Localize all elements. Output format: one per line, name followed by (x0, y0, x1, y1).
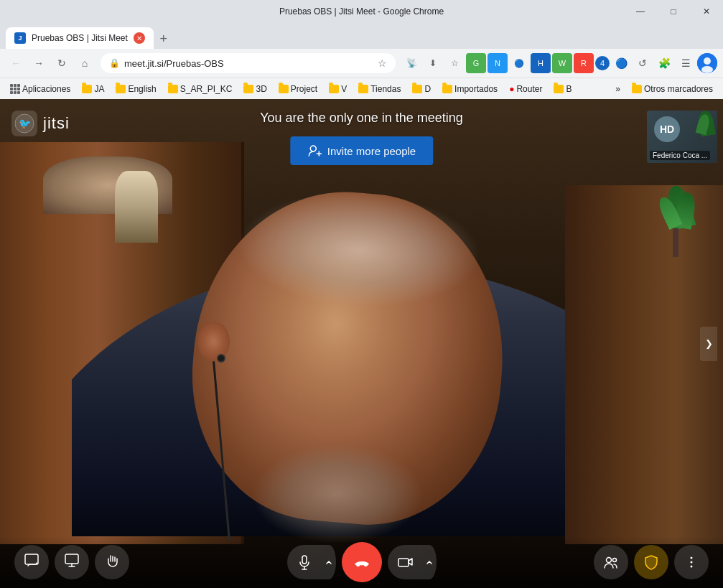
close-button[interactable]: ✕ (690, 0, 723, 23)
puzzle-icon[interactable]: 🧩 (654, 53, 674, 73)
bookmark-b[interactable]: B (549, 83, 576, 95)
svg-rect-9 (65, 554, 78, 564)
reload-button[interactable]: ↻ (52, 53, 72, 73)
folder-icon (168, 85, 178, 93)
svg-rect-12 (302, 556, 307, 564)
invite-more-people-button[interactable]: Invite more people (290, 136, 433, 165)
hand-icon (104, 553, 120, 572)
bookmark-ja[interactable]: JA (78, 83, 108, 95)
other-bookmarks[interactable]: Otros marcadores (628, 83, 717, 95)
svg-point-1 (704, 57, 711, 65)
profile-icon[interactable] (697, 53, 717, 73)
minimize-button[interactable]: — (624, 0, 657, 23)
invite-icon (307, 144, 322, 158)
chat-button[interactable] (14, 545, 49, 579)
tab-close-button[interactable]: ✕ (134, 32, 145, 44)
bookmark-project-label: Project (291, 84, 317, 94)
camera-group (388, 545, 437, 579)
svg-text:🐦: 🐦 (19, 118, 32, 130)
bookmark-tiendas[interactable]: Tiendas (354, 83, 405, 95)
bookmark-importados-label: Importados (454, 84, 498, 94)
svg-rect-15 (398, 559, 409, 566)
toolbar-left-group (14, 545, 129, 579)
maximize-button[interactable]: □ (657, 0, 690, 23)
apps-grid-icon (10, 84, 20, 94)
bookmark-sar[interactable]: S_AR_PI_KC (164, 83, 237, 95)
toolbar-center-group (287, 542, 437, 582)
back-button[interactable]: ← (6, 53, 26, 73)
bookmark-v[interactable]: V (325, 83, 351, 95)
camera-dropdown-button[interactable] (422, 545, 437, 579)
folder-icon (412, 85, 422, 93)
hangup-button[interactable] (342, 542, 382, 582)
url-bar[interactable]: 🔒 meet.jit.si/Pruebas-OBS ☆ (101, 53, 396, 73)
bookmark-d-label: D (424, 84, 431, 94)
bookmark-importados[interactable]: Importados (438, 83, 502, 95)
star-icon[interactable]: ☆ (444, 53, 465, 73)
extension-8-icon[interactable]: 🔵 (611, 53, 631, 73)
svg-point-20 (691, 566, 693, 568)
extension-3-icon[interactable]: 🔵 (509, 53, 529, 73)
mic-dropdown-button[interactable] (322, 545, 336, 579)
bookmark-d[interactable]: D (408, 83, 435, 95)
folder-icon (358, 85, 368, 93)
bookmark-3d[interactable]: 3D (239, 83, 271, 95)
bookmark-router[interactable]: ● Router (505, 83, 546, 95)
more-options-button[interactable] (674, 545, 709, 579)
window-title: Pruebas OBS | Jitsi Meet - Google Chrome (279, 6, 444, 17)
bookmark-project[interactable]: Project (274, 83, 322, 95)
bookmark-sar-label: S_AR_PI_KC (180, 84, 233, 94)
new-tab-button[interactable]: + (154, 29, 174, 49)
folder-icon (442, 85, 452, 93)
folder-icon (279, 85, 289, 93)
bookmark-tiendas-label: Tiendas (370, 84, 401, 94)
jitsi-logo: 🐦 jitsi (11, 111, 70, 136)
security-button[interactable] (634, 545, 668, 579)
folder-icon (82, 85, 92, 93)
extension-7-icon[interactable]: 4 (595, 56, 610, 70)
cast-icon[interactable]: 📡 (401, 53, 421, 73)
apps-bookmark[interactable]: Aplicaciones (6, 83, 75, 95)
extension-6-icon[interactable]: R (574, 53, 594, 73)
participant-avatar: HD (654, 116, 680, 142)
svg-point-2 (701, 66, 713, 73)
chevron-up-icon-2 (426, 559, 433, 566)
camera-button[interactable] (388, 545, 422, 579)
monitor-icon (64, 553, 80, 572)
refresh-icon[interactable]: ↺ (633, 53, 653, 73)
jitsi-overlay: 🐦 jitsi You are the only one in the meet… (0, 99, 723, 588)
chevron-up-icon (325, 559, 332, 566)
participants-button[interactable] (594, 545, 628, 579)
raise-hand-button[interactable] (95, 545, 129, 579)
bookmark-router-label: Router (516, 84, 542, 94)
vodafone-icon: ● (509, 84, 514, 94)
bottom-toolbar (0, 536, 723, 588)
home-button[interactable]: ⌂ (75, 53, 95, 73)
expand-panel-button[interactable]: ❯ (700, 327, 717, 361)
svg-point-18 (691, 557, 693, 559)
tab-favicon: J (14, 32, 26, 44)
extension-5-icon[interactable]: W (552, 53, 572, 73)
download-icon[interactable]: ⬇ (423, 53, 443, 73)
svg-point-17 (613, 559, 617, 562)
bookmark-ja-label: JA (94, 84, 104, 94)
extension-4-icon[interactable]: H (531, 53, 551, 73)
title-bar: Pruebas OBS | Jitsi Meet - Google Chrome… (0, 0, 723, 23)
more-bookmarks-button[interactable]: » (611, 83, 625, 95)
extension-2-icon[interactable]: N (488, 53, 508, 73)
hangup-icon (352, 552, 372, 572)
bookmark-star-icon[interactable]: ☆ (378, 57, 387, 69)
active-tab[interactable]: J Pruebas OBS | Jitsi Meet ✕ (6, 27, 154, 49)
extension-1-icon[interactable]: G (466, 53, 486, 73)
jitsi-logo-text: jitsi (43, 114, 70, 133)
bookmark-english[interactable]: English (111, 83, 160, 95)
menu-icon[interactable]: ☰ (676, 53, 696, 73)
svg-point-16 (607, 558, 612, 563)
forward-button[interactable]: → (29, 53, 49, 73)
chat-icon (24, 553, 39, 572)
invite-btn-label: Invite more people (327, 145, 416, 157)
participants-icon (603, 554, 619, 570)
monitor-button[interactable] (55, 545, 89, 579)
folder-icon (116, 85, 126, 93)
microphone-button[interactable] (287, 545, 322, 579)
